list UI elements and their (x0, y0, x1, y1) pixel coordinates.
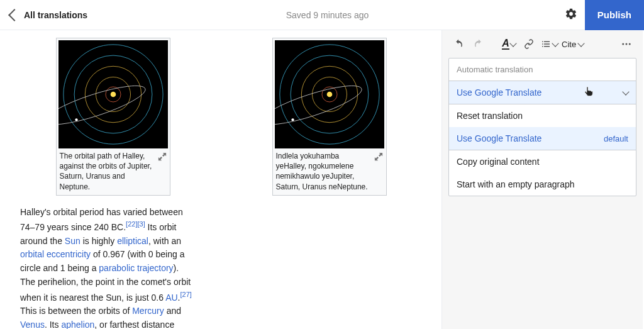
reference-27[interactable]: [27] (180, 291, 191, 298)
link-au[interactable]: AU (165, 292, 177, 302)
reference-22[interactable]: [22] (126, 220, 137, 228)
copy-original-button[interactable]: Copy original content (449, 150, 636, 173)
svg-point-20 (629, 43, 631, 45)
svg-point-16 (326, 92, 332, 98)
link-elliptical[interactable]: elliptical (117, 236, 148, 246)
translation-selector[interactable]: Use Google Translate (449, 81, 636, 104)
orbit-image (58, 40, 168, 148)
link-mercury[interactable]: Mercury (132, 306, 164, 316)
svg-point-8 (75, 118, 77, 121)
settings-button[interactable] (557, 0, 585, 30)
target-figure: Indlela yokuhamba yeHalley, ngokumelene … (272, 38, 387, 196)
panel-header: Automatic translation (449, 59, 636, 81)
source-figure: The orbital path of Halley, against the … (56, 38, 170, 196)
saved-status: Saved 9 minutes ago (286, 10, 369, 20)
link-orbital-eccentricity[interactable]: orbital eccentricity (20, 249, 91, 259)
use-google-translate-button[interactable]: Use Google Translate default (449, 127, 636, 150)
source-paragraph: Halley's orbital period has varied betwe… (20, 206, 206, 329)
cursor-pointer-icon (584, 86, 593, 98)
back-button[interactable]: All translations (0, 0, 97, 30)
selector-label: Use Google Translate (457, 87, 541, 98)
link-sun[interactable]: Sun (65, 236, 80, 246)
empty-paragraph-button[interactable]: Start with an empty paragraph (449, 173, 636, 196)
link-aphelion[interactable]: aphelion (61, 320, 94, 329)
svg-point-19 (626, 43, 628, 45)
chevron-left-icon (8, 9, 21, 21)
orbit-image (275, 40, 384, 148)
enlarge-icon[interactable] (158, 152, 167, 161)
text-style-button[interactable]: A (500, 35, 518, 53)
translation-panel: Automatic translation Use Google Transla… (448, 58, 636, 196)
publish-button[interactable]: Publish (585, 0, 644, 30)
svg-point-7 (110, 92, 116, 98)
more-button[interactable] (618, 35, 635, 53)
list-button[interactable] (540, 35, 558, 53)
link-parabolic-trajectory[interactable]: parabolic trajectory (99, 263, 173, 273)
format-toolbar: A Cite (442, 30, 643, 58)
redo-button[interactable] (470, 35, 487, 53)
svg-point-17 (291, 118, 294, 121)
cite-button[interactable]: Cite (559, 40, 586, 49)
enlarge-icon[interactable] (374, 152, 383, 161)
source-caption: The orbital path of Halley, against the … (60, 151, 155, 192)
reference-3[interactable]: [3] (137, 220, 145, 228)
reset-translation-button[interactable]: Reset translation (449, 104, 636, 127)
default-badge: default (604, 134, 628, 143)
gear-icon (565, 8, 577, 22)
target-caption: Indlela yokuhamba yeHalley, ngokumelene … (276, 151, 372, 192)
link-button[interactable] (520, 35, 538, 53)
undo-button[interactable] (450, 35, 467, 53)
svg-point-18 (622, 43, 624, 45)
link-venus[interactable]: Venus (20, 320, 45, 329)
chevron-down-icon (622, 88, 629, 95)
back-label: All translations (24, 10, 87, 20)
